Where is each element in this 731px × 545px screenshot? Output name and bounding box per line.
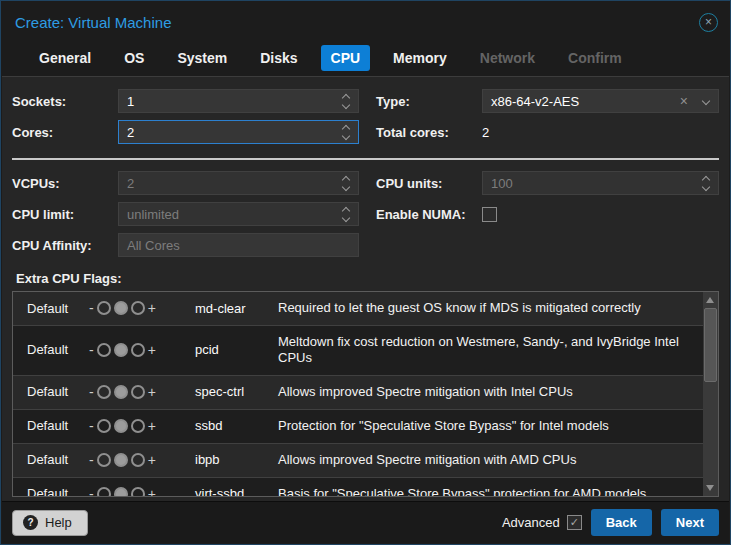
cpu-units-label: CPU units: [376, 176, 482, 191]
tab-os[interactable]: OS [114, 45, 154, 71]
minus-icon[interactable]: - [89, 300, 94, 316]
cores-value: 2 [127, 125, 338, 140]
clear-icon[interactable]: × [680, 93, 688, 109]
slider-off-position[interactable] [97, 343, 111, 357]
slider-off-position[interactable] [97, 453, 111, 467]
cpu-type-combobox[interactable]: x86-64-v2-AES × [482, 89, 719, 113]
chevron-down-icon[interactable] [698, 90, 714, 112]
cpu-affinity-input[interactable]: All Cores [118, 233, 359, 257]
scroll-down-icon[interactable] [706, 485, 714, 491]
slider-on-position[interactable] [131, 343, 145, 357]
flag-description: Meltdown fix cost reduction on Westmere,… [278, 334, 703, 366]
sockets-label: Sockets: [12, 94, 118, 109]
slider-default-thumb[interactable] [114, 343, 128, 357]
scroll-up-icon[interactable] [706, 297, 714, 303]
minus-icon[interactable]: - [89, 342, 94, 358]
next-button[interactable]: Next [661, 509, 719, 536]
help-button[interactable]: ? Help [12, 510, 88, 536]
vcpus-label: VCPUs: [12, 176, 118, 191]
tab-bar: GeneralOSSystemDisksCPUMemoryNetworkConf… [29, 44, 720, 72]
cpu-flag-row[interactable]: Default - + ibpb Allows improved Spectre… [13, 444, 703, 478]
enable-numa-checkbox[interactable] [482, 207, 497, 222]
cpu-units-value: 100 [491, 176, 698, 191]
minus-icon[interactable]: - [89, 452, 94, 468]
sockets-input[interactable]: 1 [118, 89, 359, 113]
enable-numa-label: Enable NUMA: [376, 207, 482, 222]
flag-tristate-slider[interactable]: - + [89, 486, 195, 497]
minus-icon[interactable]: - [89, 418, 94, 434]
sockets-spinner[interactable] [338, 90, 354, 112]
slider-on-position[interactable] [131, 385, 145, 399]
flag-state-label: Default [13, 384, 89, 399]
slider-off-position[interactable] [97, 301, 111, 315]
flag-name: md-clear [195, 301, 278, 316]
slider-on-position[interactable] [131, 487, 145, 497]
flag-state-label: Default [13, 486, 89, 497]
slider-default-thumb[interactable] [114, 453, 128, 467]
tab-general[interactable]: General [29, 45, 101, 71]
tab-cpu[interactable]: CPU [321, 45, 371, 71]
flag-description: Required to let the guest OS know if MDS… [278, 300, 703, 316]
cpu-flag-row[interactable]: Default - + pcid Meltdown fix cost reduc… [13, 326, 703, 376]
flag-description: Basis for "Speculative Store Bypass" pro… [278, 486, 703, 497]
flag-tristate-slider[interactable]: - + [89, 300, 195, 316]
flag-name: ibpb [195, 452, 278, 467]
slider-off-position[interactable] [97, 487, 111, 497]
plus-icon[interactable]: + [148, 452, 156, 468]
back-button[interactable]: Back [591, 509, 652, 536]
slider-default-thumb[interactable] [114, 419, 128, 433]
vcpus-input: 2 [118, 171, 359, 195]
flag-description: Allows improved Spectre mitigation with … [278, 384, 703, 400]
grid-scrollbar[interactable] [703, 292, 718, 496]
flag-tristate-slider[interactable]: - + [89, 342, 195, 358]
flag-tristate-slider[interactable]: - + [89, 384, 195, 400]
cpu-flag-row[interactable]: Default - + spec-ctrl Allows improved Sp… [13, 376, 703, 410]
minus-icon[interactable]: - [89, 486, 94, 497]
cpu-limit-spinner [338, 203, 354, 225]
tab-network: Network [470, 45, 545, 71]
slider-on-position[interactable] [131, 419, 145, 433]
sockets-value: 1 [127, 94, 338, 109]
flag-tristate-slider[interactable]: - + [89, 418, 195, 434]
plus-icon[interactable]: + [148, 342, 156, 358]
cpu-flag-row[interactable]: Default - + md-clear Required to let the… [13, 292, 703, 326]
vcpus-spinner [338, 172, 354, 194]
flag-name: spec-ctrl [195, 384, 278, 399]
flag-name: virt-ssbd [195, 486, 278, 497]
slider-off-position[interactable] [97, 419, 111, 433]
flag-state-label: Default [13, 452, 89, 467]
slider-off-position[interactable] [97, 385, 111, 399]
cpu-affinity-placeholder: All Cores [127, 238, 354, 253]
cores-input[interactable]: 2 [118, 120, 359, 144]
tab-memory[interactable]: Memory [383, 45, 457, 71]
cpu-limit-input: unlimited [118, 202, 359, 226]
flag-name: pcid [195, 342, 278, 357]
flag-description: Protection for "Speculative Store Bypass… [278, 418, 703, 434]
plus-icon[interactable]: + [148, 300, 156, 316]
slider-on-position[interactable] [131, 453, 145, 467]
tab-system[interactable]: System [167, 45, 237, 71]
cpu-flag-row[interactable]: Default - + ssbd Protection for "Specula… [13, 410, 703, 444]
minus-icon[interactable]: - [89, 384, 94, 400]
slider-on-position[interactable] [131, 301, 145, 315]
plus-icon[interactable]: + [148, 418, 156, 434]
type-label: Type: [376, 94, 482, 109]
slider-default-thumb[interactable] [114, 301, 128, 315]
slider-default-thumb[interactable] [114, 385, 128, 399]
cpu-units-spinner [698, 172, 714, 194]
cores-spinner[interactable] [338, 121, 354, 143]
flag-description: Allows improved Spectre mitigation with … [278, 452, 703, 468]
close-icon[interactable]: × [699, 13, 718, 32]
cpu-tab-panel: Sockets: 1 Type: x86-64-v2-AES × Cores: [2, 77, 729, 501]
flag-state-label: Default [13, 301, 89, 316]
tab-disks[interactable]: Disks [250, 45, 307, 71]
advanced-checkbox[interactable]: ✓ [567, 515, 582, 530]
slider-default-thumb[interactable] [114, 487, 128, 497]
flag-name: ssbd [195, 418, 278, 433]
cpu-units-input: 100 [482, 171, 719, 195]
plus-icon[interactable]: + [148, 486, 156, 497]
cpu-flag-row[interactable]: Default - + virt-ssbd Basis for "Specula… [13, 478, 703, 497]
scrollbar-thumb[interactable] [704, 308, 717, 382]
flag-tristate-slider[interactable]: - + [89, 452, 195, 468]
plus-icon[interactable]: + [148, 384, 156, 400]
